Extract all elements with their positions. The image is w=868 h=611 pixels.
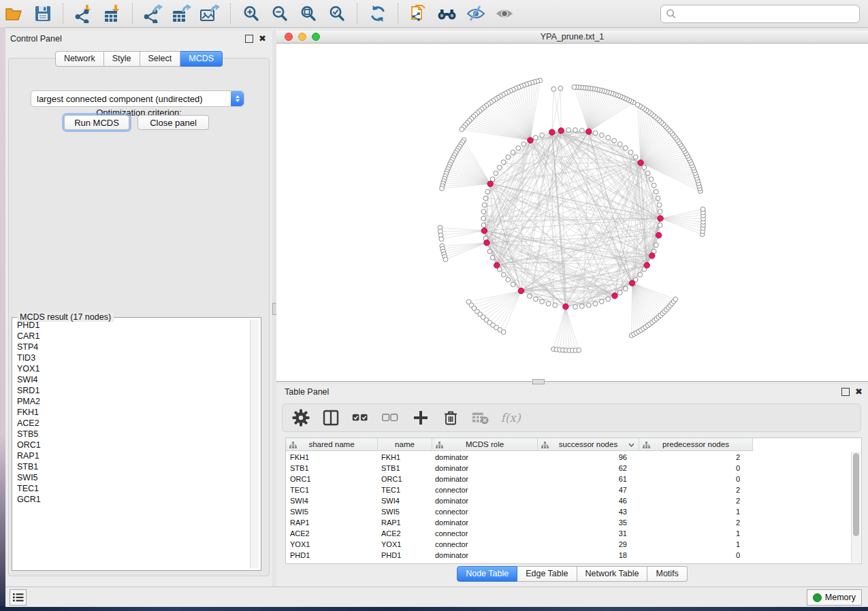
network-node[interactable] (533, 135, 538, 140)
column-header-MCDS-role[interactable]: MCDS role (432, 438, 538, 451)
search-network-icon[interactable] (437, 3, 457, 24)
network-node[interactable] (540, 133, 545, 137)
column-header-shared-name[interactable]: shared name (286, 438, 378, 451)
mcds-result-node[interactable]: PHD1 (14, 320, 251, 331)
network-node[interactable] (628, 150, 633, 155)
network-node[interactable] (511, 282, 515, 287)
show-all-icon[interactable] (494, 3, 515, 24)
window-zoom-traffic-light[interactable] (312, 33, 320, 41)
mcds-result-node[interactable]: YOX1 (14, 363, 251, 374)
network-node[interactable] (506, 278, 511, 282)
column-header-successor-nodes[interactable]: successor nodes (538, 438, 639, 451)
network-node[interactable] (658, 210, 662, 214)
mcds-result-node[interactable]: RAP1 (14, 450, 251, 461)
network-node[interactable] (612, 138, 617, 143)
hide-selected-icon[interactable] (466, 3, 486, 24)
table-row-SWI4[interactable]: SWI4SWI4dominator462 (286, 495, 750, 506)
network-leaf-node[interactable] (460, 127, 464, 132)
mcds-result-node[interactable]: ORC1 (14, 440, 251, 450)
table-scrollbar-thumb[interactable] (853, 453, 859, 536)
tab-node-table[interactable]: Node Table (457, 566, 517, 582)
network-node[interactable] (656, 196, 660, 201)
network-node[interactable] (633, 155, 638, 160)
network-node[interactable] (553, 303, 558, 308)
mcds-result-node[interactable]: PMA2 (14, 396, 251, 407)
network-node[interactable] (501, 160, 506, 165)
clone-network-icon[interactable] (408, 3, 429, 24)
close-panel-icon[interactable]: ✖ (259, 35, 266, 42)
network-node[interactable] (658, 223, 662, 228)
network-node[interactable] (580, 304, 585, 309)
network-node[interactable] (654, 189, 659, 194)
network-node[interactable] (506, 155, 511, 160)
network-node[interactable] (654, 243, 659, 248)
network-node[interactable] (481, 223, 486, 228)
network-node[interactable] (638, 272, 643, 277)
table-row-PHD1[interactable]: PHD1PHD1dominator180 (286, 550, 750, 561)
mcds-result-node[interactable]: CAR1 (14, 331, 251, 342)
network-node[interactable] (600, 299, 605, 304)
network-node[interactable] (623, 286, 628, 291)
table-row-FKH1[interactable]: FKH1FKH1dominator962 (286, 452, 750, 463)
tab-mcds[interactable]: MCDS (180, 51, 223, 67)
network-node[interactable] (566, 128, 571, 133)
network-leaf-node[interactable] (501, 330, 506, 335)
network-hub-node[interactable] (586, 129, 592, 134)
tab-network-table[interactable]: Network Table (577, 566, 648, 582)
delete-column-icon[interactable] (442, 409, 460, 427)
network-node[interactable] (645, 171, 650, 176)
memory-button[interactable]: Memory (807, 589, 862, 606)
network-node[interactable] (485, 189, 490, 194)
mcds-result-node[interactable]: STB1 (14, 461, 251, 472)
table-row-RAP1[interactable]: RAP1RAP1dominator352 (286, 517, 750, 528)
network-hub-node[interactable] (518, 288, 524, 293)
mcds-list-scrollbar[interactable] (250, 320, 259, 568)
import-network-icon[interactable] (74, 3, 94, 24)
mcds-result-node[interactable]: SWI5 (14, 472, 251, 483)
network-node[interactable] (516, 146, 521, 150)
network-node[interactable] (652, 183, 656, 188)
network-leaf-node[interactable] (440, 186, 445, 191)
network-hub-node[interactable] (649, 253, 655, 259)
network-node[interactable] (481, 216, 486, 221)
network-node[interactable] (617, 142, 622, 147)
tab-select[interactable]: Select (140, 51, 181, 67)
network-node[interactable] (606, 297, 611, 301)
network-hub-node[interactable] (612, 293, 617, 299)
table-row-ORC1[interactable]: ORC1ORC1dominator610 (286, 474, 750, 484)
export-image-icon[interactable] (200, 3, 221, 24)
search-input[interactable] (678, 9, 859, 20)
network-node[interactable] (593, 301, 598, 306)
network-node[interactable] (482, 203, 487, 208)
column-header-predecessor-nodes[interactable]: predecessor nodes (639, 438, 753, 451)
network-graph[interactable] (276, 44, 868, 382)
network-node[interactable] (586, 303, 591, 308)
tab-network[interactable]: Network (55, 51, 104, 67)
network-leaf-node[interactable] (577, 348, 581, 352)
network-leaf-node[interactable] (558, 86, 563, 90)
float-table-panel-icon[interactable] (841, 388, 850, 396)
network-leaf-node[interactable] (551, 87, 556, 92)
export-network-icon[interactable] (143, 3, 163, 24)
network-hub-node[interactable] (644, 263, 649, 268)
network-hub-node[interactable] (484, 240, 489, 246)
network-hub-node[interactable] (658, 216, 663, 221)
network-hub-node[interactable] (487, 181, 493, 186)
mcds-result-node[interactable]: SWI4 (14, 374, 251, 385)
mcds-result-node[interactable]: STP4 (14, 342, 251, 352)
network-node[interactable] (483, 196, 488, 201)
network-node[interactable] (533, 297, 538, 301)
network-hub-node[interactable] (630, 280, 635, 286)
network-node[interactable] (540, 299, 545, 304)
network-hub-node[interactable] (481, 228, 487, 233)
mcds-result-node[interactable]: TEC1 (14, 483, 251, 494)
table-row-TEC1[interactable]: TEC1TEC1connector472 (286, 484, 750, 495)
network-leaf-node[interactable] (673, 297, 678, 301)
zoom-selected-icon[interactable] (327, 3, 347, 24)
network-node[interactable] (580, 129, 585, 133)
network-leaf-node[interactable] (443, 257, 448, 262)
network-node[interactable] (521, 142, 526, 147)
network-leaf-node[interactable] (701, 207, 705, 212)
network-node[interactable] (487, 249, 492, 254)
network-hub-node[interactable] (638, 160, 643, 165)
